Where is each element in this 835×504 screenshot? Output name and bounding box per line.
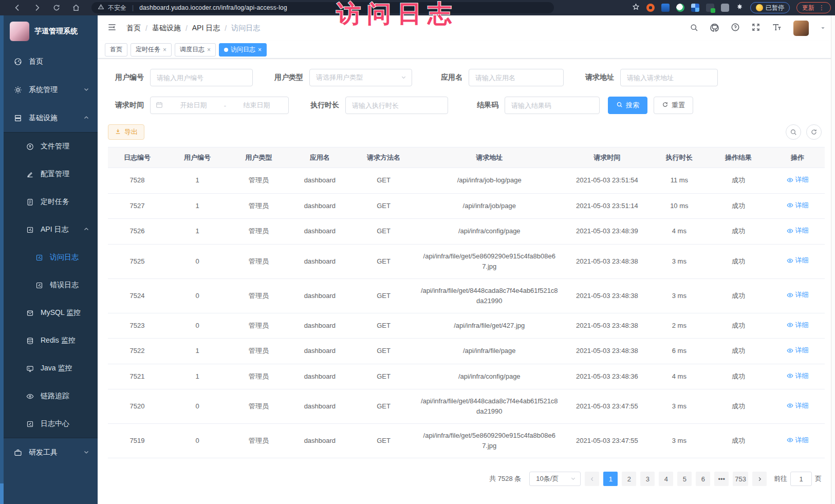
extension-icon[interactable]: [691, 4, 699, 12]
cell-request-time: 2021-05-03 23:48:38: [562, 313, 652, 339]
detail-link[interactable]: 详细: [787, 345, 809, 356]
tag-schedule-log[interactable]: 调度日志 ×: [175, 43, 216, 57]
reset-button[interactable]: 重置: [654, 97, 693, 114]
browser-menu-kebab-icon[interactable]: ⋮: [819, 4, 825, 11]
detail-link[interactable]: 详细: [787, 320, 809, 330]
request-time-daterange[interactable]: 开始日期 - 结束日期: [150, 97, 289, 114]
toggle-search-button[interactable]: [786, 124, 801, 140]
breadcrumb-item[interactable]: 首页: [126, 24, 141, 33]
profile-paused-badge[interactable]: 已暂停: [750, 2, 790, 13]
scrollbar[interactable]: [831, 15, 835, 504]
close-icon[interactable]: ×: [207, 46, 211, 53]
cell-request-time: 2021-05-03 23:48:38: [562, 339, 652, 364]
user-avatar[interactable]: [793, 21, 809, 36]
sidebar-item-system[interactable]: 系统管理: [4, 76, 98, 104]
page-number-button[interactable]: 4: [659, 472, 673, 486]
browser-update-button[interactable]: 更新 ⋮: [796, 2, 831, 13]
page-number-button[interactable]: 2: [622, 472, 636, 486]
close-icon[interactable]: ×: [258, 46, 262, 53]
next-page-button[interactable]: [752, 472, 767, 486]
sidebar-item-access-log[interactable]: 访问日志: [4, 244, 98, 271]
tag-access-log[interactable]: 访问日志 ×: [219, 43, 267, 57]
github-icon[interactable]: [710, 23, 719, 34]
bookmark-star-icon[interactable]: [632, 3, 640, 13]
app-name-input[interactable]: [469, 69, 564, 86]
cell-user-type: 管理员: [228, 168, 289, 194]
extension-icon[interactable]: [706, 4, 714, 12]
browser-back-icon[interactable]: [13, 4, 22, 12]
tag-label: 调度日志: [180, 45, 205, 54]
header-search-icon[interactable]: [690, 23, 698, 34]
address-url[interactable]: dashboard.yudao.iocoder.cn/infra/log/api…: [139, 4, 287, 11]
detail-link-label: 详细: [795, 435, 809, 445]
fullscreen-icon[interactable]: [751, 23, 760, 34]
detail-link[interactable]: 详细: [787, 226, 809, 236]
sidebar-item-redis-monitor[interactable]: Redis 监控: [4, 327, 98, 354]
extension-icon[interactable]: [721, 4, 729, 12]
sidebar-item-home[interactable]: 首页: [4, 47, 98, 76]
request-url-input[interactable]: [620, 69, 718, 86]
sidebar-item-scheduled-tasks[interactable]: 定时任务: [4, 188, 98, 216]
sidebar-item-config-management[interactable]: 配置管理: [4, 160, 98, 188]
detail-link[interactable]: 详细: [787, 401, 809, 411]
goto-page-input[interactable]: [790, 472, 812, 486]
table-header-row: 日志编号用户编号用户类型应用名请求方法名请求地址请求时间执行时长操作结果操作: [108, 147, 825, 168]
user-type-select[interactable]: 请选择用户类型: [309, 69, 412, 86]
search-button[interactable]: 搜索: [608, 97, 647, 114]
user-id-input[interactable]: [150, 69, 253, 86]
sidebar-item-label: 系统管理: [29, 85, 58, 95]
sidebar-item-api-log[interactable]: API 日志: [4, 216, 98, 244]
detail-link[interactable]: 详细: [787, 435, 809, 445]
extension-icon[interactable]: [661, 4, 670, 12]
page-number-button[interactable]: 3: [640, 472, 655, 486]
table-row: 75261管理员dashboardGET/api/infra/config/pa…: [108, 219, 825, 245]
breadcrumb-separator: /: [225, 24, 227, 32]
browser-home-icon[interactable]: [72, 4, 80, 12]
tag-scheduled-tasks[interactable]: 定时任务 ×: [131, 43, 172, 57]
page-size-select[interactable]: 10条/页: [529, 472, 581, 486]
export-button[interactable]: 导出: [108, 124, 144, 140]
eye-icon: [26, 393, 34, 400]
sidebar-item-java-monitor[interactable]: Java 监控: [4, 354, 98, 382]
detail-link[interactable]: 详细: [787, 175, 809, 185]
page-number-button[interactable]: 5: [677, 472, 692, 486]
result-code-input[interactable]: [505, 97, 600, 114]
sidebar-item-log-center[interactable]: 日志中心: [4, 410, 98, 438]
hamburger-icon[interactable]: [107, 22, 117, 34]
help-icon[interactable]: [731, 23, 740, 34]
address-bar[interactable]: 不安全 | dashboard.yudao.iocoder.cn/infra/l…: [91, 2, 554, 13]
tag-home[interactable]: 首页: [105, 43, 127, 57]
extension-icon[interactable]: [646, 4, 655, 12]
detail-link[interactable]: 详细: [787, 371, 809, 381]
cell-method: GET: [350, 389, 416, 424]
close-icon[interactable]: ×: [163, 46, 166, 53]
pager-ellipsis[interactable]: •••: [714, 472, 729, 486]
logo-row[interactable]: 芋道管理系统: [4, 15, 98, 47]
browser-reload-icon[interactable]: [52, 4, 61, 12]
detail-link[interactable]: 详细: [787, 200, 809, 211]
cell-user-type: 管理员: [228, 219, 289, 245]
prev-page-button[interactable]: [585, 472, 599, 486]
caret-down-icon[interactable]: [820, 24, 826, 33]
duration-input[interactable]: [345, 97, 448, 114]
breadcrumb-item[interactable]: API 日志: [192, 24, 220, 33]
sidebar-item-mysql-monitor[interactable]: MySQL 监控: [4, 299, 98, 327]
sidebar-item-error-log[interactable]: 错误日志: [4, 271, 98, 299]
extensions-puzzle-icon[interactable]: [736, 3, 744, 13]
sidebar-item-dev-tools[interactable]: 研发工具: [4, 438, 98, 466]
font-size-icon[interactable]: [772, 23, 782, 34]
page-number-button[interactable]: 753: [733, 472, 748, 486]
extension-icon[interactable]: [676, 4, 684, 12]
page-number-button[interactable]: 1: [603, 472, 618, 486]
sidebar-item-file-management[interactable]: 文件管理: [4, 133, 98, 160]
detail-link[interactable]: 详细: [787, 290, 809, 300]
security-label[interactable]: 不安全: [108, 4, 126, 12]
browser-forward-icon[interactable]: [33, 4, 41, 12]
sidebar-item-infrastructure[interactable]: 基础设施: [4, 104, 98, 132]
breadcrumb-item[interactable]: 基础设施: [152, 24, 181, 33]
detail-link[interactable]: 详细: [787, 255, 809, 266]
page-number-button[interactable]: 6: [696, 472, 710, 486]
sidebar: 芋道管理系统 首页 系统管理 基础设施 文件管理: [4, 15, 98, 504]
sidebar-item-trace[interactable]: 链路追踪: [4, 382, 98, 410]
refresh-table-button[interactable]: [806, 124, 822, 140]
